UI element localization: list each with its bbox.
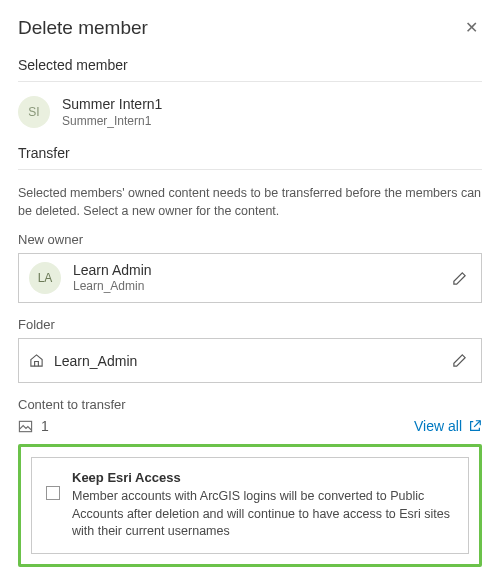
dialog-header: Delete member ✕ (18, 16, 482, 39)
owner-text: Learn Admin Learn_Admin (73, 262, 436, 295)
owner-name: Learn Admin (73, 262, 436, 280)
view-all-link[interactable]: View all (414, 418, 482, 434)
keep-esri-access-option[interactable]: Keep Esri Access Member accounts with Ar… (31, 457, 469, 554)
owner-username: Learn_Admin (73, 279, 436, 294)
transfer-label: Transfer (18, 145, 482, 161)
external-link-icon (468, 419, 482, 433)
keep-esri-access-highlight: Keep Esri Access Member accounts with Ar… (18, 444, 482, 567)
pencil-icon[interactable] (448, 267, 471, 290)
keep-esri-access-text: Keep Esri Access Member accounts with Ar… (72, 470, 454, 541)
home-icon (29, 353, 44, 368)
view-all-text: View all (414, 418, 462, 434)
keep-esri-access-description: Member accounts with ArcGIS logins will … (72, 488, 454, 541)
pencil-icon[interactable] (448, 349, 471, 372)
new-owner-label: New owner (18, 232, 482, 247)
avatar: LA (29, 262, 61, 294)
folder-value: Learn_Admin (54, 353, 438, 369)
divider (18, 81, 482, 82)
folder-field[interactable]: Learn_Admin (18, 338, 482, 383)
dialog-title: Delete member (18, 17, 148, 39)
image-icon (18, 419, 33, 434)
content-count-value: 1 (41, 418, 49, 434)
selected-member-username: Summer_Intern1 (62, 114, 162, 129)
content-count-row: 1 View all (18, 418, 482, 434)
close-icon[interactable]: ✕ (461, 16, 482, 39)
svg-rect-0 (19, 421, 31, 431)
divider (18, 169, 482, 170)
delete-member-dialog: Delete member ✕ Selected member SI Summe… (0, 0, 500, 580)
new-owner-field[interactable]: LA Learn Admin Learn_Admin (18, 253, 482, 304)
avatar: SI (18, 96, 50, 128)
transfer-description: Selected members' owned content needs to… (18, 184, 482, 220)
content-to-transfer-label: Content to transfer (18, 397, 482, 412)
folder-label: Folder (18, 317, 482, 332)
selected-member-label: Selected member (18, 57, 482, 73)
selected-member-name: Summer Intern1 (62, 96, 162, 114)
keep-esri-access-title: Keep Esri Access (72, 470, 454, 485)
content-count: 1 (18, 418, 49, 434)
selected-member-row: SI Summer Intern1 Summer_Intern1 (18, 96, 482, 129)
keep-esri-access-checkbox[interactable] (46, 486, 60, 500)
selected-member-text: Summer Intern1 Summer_Intern1 (62, 96, 162, 129)
